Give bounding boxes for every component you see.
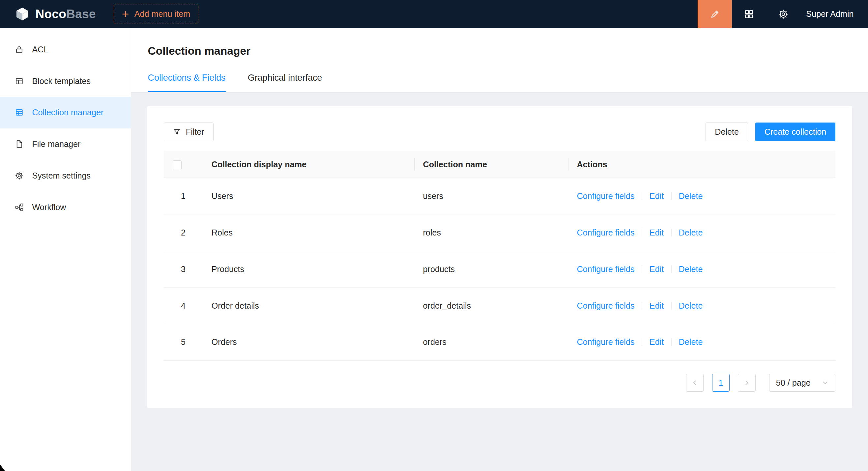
settings-sidebar: ACL Block templates Collection manager F… (0, 28, 131, 471)
page-size-select[interactable]: 50 / page (769, 374, 836, 392)
action-divider (671, 338, 672, 346)
cell-collection-name: users (414, 178, 568, 214)
top-header: NocoBase Add menu item (0, 0, 868, 28)
gear-icon (15, 171, 24, 180)
cell-display-name: Users (203, 178, 414, 214)
grid-icon (744, 9, 754, 19)
tabs-bar: Collections & Fields Graphical interface (148, 73, 851, 92)
configure-fields-link[interactable]: Configure fields (577, 265, 635, 274)
content-area: Filter Delete Create collection (131, 93, 868, 471)
filter-icon (173, 128, 181, 136)
configure-fields-link[interactable]: Configure fields (577, 301, 635, 310)
body-layout: ACL Block templates Collection manager F… (0, 28, 868, 471)
tab-graphical-interface[interactable]: Graphical interface (248, 73, 322, 92)
edit-link[interactable]: Edit (650, 337, 664, 346)
configure-fields-link[interactable]: Configure fields (577, 191, 635, 201)
action-divider (642, 265, 642, 273)
delete-link[interactable]: Delete (679, 265, 703, 274)
cell-actions: Configure fieldsEditDelete (568, 324, 835, 360)
edit-link[interactable]: Edit (650, 265, 664, 274)
chevron-down-icon (822, 379, 829, 386)
table-row: 4 Order details order_details Configure … (164, 288, 835, 324)
action-divider (642, 229, 642, 237)
table-row: 2 Roles roles Configure fieldsEditDelete (164, 214, 835, 251)
delete-link[interactable]: Delete (679, 337, 703, 346)
next-page-button[interactable] (738, 374, 756, 392)
highlighter-icon (710, 9, 720, 19)
row-index: 2 (164, 214, 203, 251)
delete-button[interactable]: Delete (706, 123, 748, 141)
delete-link[interactable]: Delete (679, 301, 703, 310)
cell-collection-name: products (414, 251, 568, 288)
plugins-button[interactable] (732, 0, 766, 28)
header-right: Super Admin (698, 0, 868, 28)
delete-link[interactable]: Delete (679, 191, 703, 201)
app-root: NocoBase Add menu item (0, 0, 868, 471)
cell-collection-name: orders (414, 324, 568, 360)
select-all-checkbox[interactable] (173, 160, 182, 169)
sidebar-item-collection-manager[interactable]: Collection manager (0, 97, 131, 129)
file-icon (15, 140, 24, 148)
sidebar-item-block-templates[interactable]: Block templates (0, 65, 131, 97)
table-icon (15, 108, 24, 117)
cell-actions: Configure fieldsEditDelete (568, 251, 835, 288)
sidebar-item-system-settings[interactable]: System settings (0, 160, 131, 191)
page-header: Collection manager Collections & Fields … (131, 28, 868, 93)
pagination: 1 50 / page (164, 374, 835, 392)
card-toolbar: Filter Delete Create collection (164, 123, 835, 141)
row-index: 3 (164, 251, 203, 288)
configure-fields-link[interactable]: Configure fields (577, 337, 635, 346)
cell-display-name: Order details (203, 288, 414, 324)
nocobase-logo[interactable]: NocoBase (0, 6, 108, 22)
sidebar-item-label: Block templates (32, 76, 91, 86)
edit-link[interactable]: Edit (650, 228, 664, 237)
delete-link[interactable]: Delete (679, 228, 703, 237)
sidebar-item-file-manager[interactable]: File manager (0, 129, 131, 160)
chevron-left-icon (691, 379, 698, 386)
main-panel: Collection manager Collections & Fields … (131, 28, 868, 471)
action-divider (671, 302, 672, 310)
settings-button[interactable] (766, 0, 801, 28)
configure-fields-link[interactable]: Configure fields (577, 228, 635, 237)
create-collection-button[interactable]: Create collection (755, 123, 835, 141)
user-menu[interactable]: Super Admin (801, 9, 868, 19)
logo-cube-icon (14, 6, 30, 22)
page-number-button[interactable]: 1 (712, 374, 730, 392)
add-menu-item-label: Add menu item (134, 9, 190, 19)
cell-collection-name: order_details (414, 288, 568, 324)
cell-actions: Configure fieldsEditDelete (568, 214, 835, 251)
tab-collections-fields[interactable]: Collections & Fields (148, 73, 226, 92)
sidebar-item-acl[interactable]: ACL (0, 34, 131, 65)
chevron-right-icon (743, 379, 750, 386)
sidebar-item-label: File manager (32, 139, 81, 149)
table-header-row: Collection display name Collection name … (164, 151, 835, 178)
table-row: 1 Users users Configure fieldsEditDelete (164, 178, 835, 214)
lock-icon (15, 45, 24, 54)
edit-link[interactable]: Edit (650, 301, 664, 310)
cell-display-name: Orders (203, 324, 414, 360)
logo-text: NocoBase (36, 7, 96, 21)
prev-page-button[interactable] (686, 374, 704, 392)
cell-actions: Configure fieldsEditDelete (568, 178, 835, 214)
edit-link[interactable]: Edit (650, 191, 664, 201)
sidebar-item-workflow[interactable]: Workflow (0, 191, 131, 223)
ui-editor-button[interactable] (698, 0, 732, 28)
sidebar-item-label: System settings (32, 171, 91, 180)
cell-display-name: Roles (203, 214, 414, 251)
add-menu-item-button[interactable]: Add menu item (114, 5, 198, 23)
cell-display-name: Products (203, 251, 414, 288)
header-display-name: Collection display name (203, 151, 414, 178)
row-index: 1 (164, 178, 203, 214)
filter-button[interactable]: Filter (164, 123, 213, 141)
logo-text-secondary: Base (66, 7, 96, 21)
table-row: 3 Products products Configure fieldsEdit… (164, 251, 835, 288)
row-index: 5 (164, 324, 203, 360)
page-size-value: 50 / page (776, 378, 811, 388)
action-divider (642, 338, 642, 346)
action-divider (671, 265, 672, 273)
header-collection-name: Collection name (414, 151, 568, 178)
row-index: 4 (164, 288, 203, 324)
logo-text-primary: Noco (36, 7, 67, 21)
page-title: Collection manager (148, 45, 851, 57)
gear-icon (778, 9, 788, 19)
